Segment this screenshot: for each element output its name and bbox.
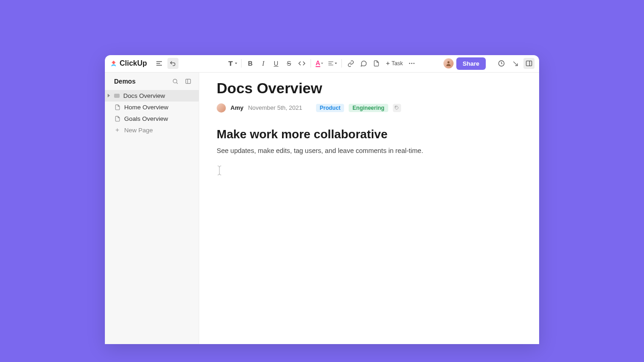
comment-button[interactable] xyxy=(357,58,369,69)
author-avatar[interactable] xyxy=(217,103,226,113)
doc-heading[interactable]: Make work more collaborative xyxy=(217,127,522,141)
page-list: Docs Overview Home Overview Goals Overvi… xyxy=(105,90,199,136)
brand-name: ClickUp xyxy=(120,59,147,68)
code-button[interactable] xyxy=(296,58,308,69)
topbar-right: Share xyxy=(443,57,535,70)
author-name: Amy xyxy=(230,104,243,111)
doc-meta: Amy November 5th, 2021 Product Engineeri… xyxy=(217,103,522,113)
more-options-button[interactable] xyxy=(406,58,418,69)
tag-product[interactable]: Product xyxy=(316,104,344,112)
sidebar-header: Demos xyxy=(105,73,199,90)
svg-line-13 xyxy=(513,62,518,66)
expand-button[interactable] xyxy=(510,58,521,69)
app-body: Demos Docs Overview Home xyxy=(105,73,539,344)
undo-button[interactable] xyxy=(167,58,178,69)
sidebar-new-page-label: New Page xyxy=(124,127,153,134)
page-icon xyxy=(114,115,121,122)
history-button[interactable] xyxy=(496,58,507,69)
text-cursor-icon xyxy=(217,165,522,176)
svg-rect-18 xyxy=(186,79,191,83)
sidebar-item-home-overview[interactable]: Home Overview xyxy=(105,102,199,113)
current-user-avatar[interactable] xyxy=(443,58,454,68)
brand-logo[interactable]: ClickUp xyxy=(109,59,147,68)
topbar: ClickUp B I U S A xyxy=(105,55,539,73)
doc-paragraph[interactable]: See updates, make edits, tag users, and … xyxy=(217,146,522,156)
sidebar-item-goals-overview[interactable]: Goals Overview xyxy=(105,113,199,124)
underline-button[interactable]: U xyxy=(270,58,282,69)
doc-editor[interactable]: Docs Overview Amy November 5th, 2021 Pro… xyxy=(199,73,539,344)
svg-point-9 xyxy=(411,63,412,64)
doc-date: November 5th, 2021 xyxy=(248,104,302,111)
sidebar-collapse-button[interactable] xyxy=(183,76,193,86)
doc-title[interactable]: Docs Overview xyxy=(217,80,522,97)
formatting-toolbar: B I U S A xyxy=(226,55,418,73)
caret-icon xyxy=(108,94,110,97)
svg-point-10 xyxy=(413,63,414,64)
italic-button[interactable]: I xyxy=(257,58,269,69)
bold-button[interactable]: B xyxy=(244,58,256,69)
add-task-label: Task xyxy=(391,60,403,67)
sidebar: Demos Docs Overview Home xyxy=(105,73,199,344)
sidebar-item-label: Goals Overview xyxy=(124,115,168,122)
sidebar-search-button[interactable] xyxy=(170,76,180,86)
svg-point-22 xyxy=(396,107,396,107)
sidebar-new-page[interactable]: New Page xyxy=(105,124,199,136)
text-style-dropdown[interactable] xyxy=(226,58,238,69)
align-dropdown[interactable] xyxy=(327,58,339,69)
menu-toggle-button[interactable] xyxy=(154,58,165,69)
toolbar-divider xyxy=(310,59,311,68)
svg-point-16 xyxy=(173,79,177,83)
tag-engineering[interactable]: Engineering xyxy=(349,104,388,112)
svg-rect-14 xyxy=(526,61,532,66)
attach-doc-button[interactable] xyxy=(370,58,382,69)
svg-line-17 xyxy=(176,82,178,84)
sidebar-item-label: Docs Overview xyxy=(123,92,165,99)
add-tag-button[interactable] xyxy=(393,104,401,112)
toolbar-divider xyxy=(341,59,342,68)
toolbar-divider xyxy=(241,59,242,68)
svg-point-11 xyxy=(448,61,450,63)
link-button[interactable] xyxy=(345,58,356,69)
doc-icon xyxy=(114,94,120,98)
svg-point-8 xyxy=(409,63,410,64)
app-window: ClickUp B I U S A xyxy=(105,55,539,344)
sidebar-item-label: Home Overview xyxy=(124,104,168,111)
plus-icon xyxy=(114,127,121,133)
clickup-logo-icon xyxy=(109,59,118,68)
sidebar-title: Demos xyxy=(114,78,167,85)
strikethrough-button[interactable]: S xyxy=(283,58,295,69)
add-task-button[interactable]: Task xyxy=(383,58,405,69)
page-icon xyxy=(114,104,121,110)
sidebar-item-docs-overview[interactable]: Docs Overview xyxy=(105,90,199,102)
text-color-dropdown[interactable]: A xyxy=(314,58,326,69)
panel-toggle-button[interactable] xyxy=(523,58,535,69)
share-button[interactable]: Share xyxy=(456,57,486,70)
